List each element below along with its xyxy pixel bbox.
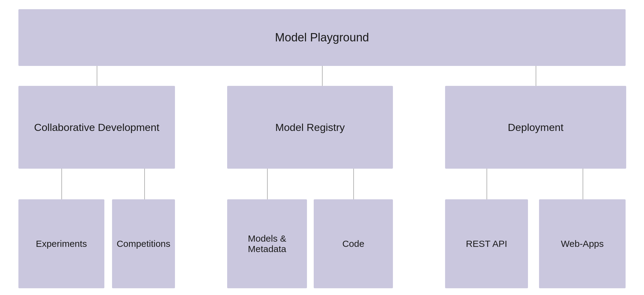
model-registry-node: Model Registry	[227, 86, 393, 169]
diagram-container: Model Playground Collaborative Developme…	[0, 0, 644, 295]
models-metadata-node: Models &Metadata	[227, 199, 307, 288]
code-node: Code	[314, 199, 393, 288]
rest-api-node: REST API	[445, 199, 528, 288]
deployment-node: Deployment	[445, 86, 626, 169]
models-metadata-label: Models &Metadata	[248, 233, 286, 254]
experiments-node: Experiments	[18, 199, 104, 288]
model-playground-node: Model Playground	[18, 9, 626, 66]
competitions-node: Competitions	[112, 199, 175, 288]
collaborative-development-node: Collaborative Development	[18, 86, 175, 169]
web-apps-node: Web-Apps	[539, 199, 626, 288]
